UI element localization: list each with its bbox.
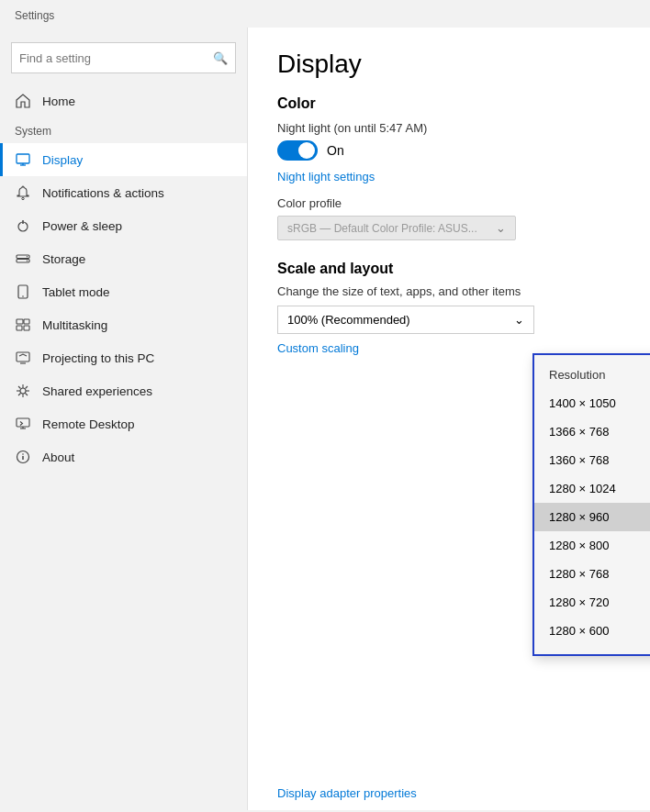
sidebar-item-power-label: Power & sleep [42,219,122,233]
svg-point-11 [22,295,24,297]
shared-icon [15,383,31,399]
color-profile-chevron: ⌄ [496,221,506,235]
night-light-settings-link[interactable]: Night light settings [277,170,621,184]
sidebar-item-tablet-label: Tablet mode [42,285,110,299]
night-light-label: Night light (on until 5:47 AM) [277,121,621,135]
sidebar-item-remote[interactable]: Remote Desktop [0,407,247,440]
main-content: Display Color Night light (on until 5:47… [248,28,650,810]
resolution-option[interactable]: 1280 × 768 [534,560,650,588]
sidebar-item-tablet[interactable]: Tablet mode [0,275,247,308]
resolution-option[interactable]: 1280 × 800 [534,531,650,560]
color-section-title: Color [277,95,621,112]
resolution-option[interactable]: 1280 × 720 [534,588,650,617]
tablet-icon [15,284,31,300]
sidebar-item-home-label: Home [42,95,75,108]
scale-dropdown[interactable]: 100% (Recommended) ⌄ [277,306,534,334]
main-layout: 🔍 Home System Display Notifications & ac… [0,28,650,810]
search-box-wrap: 🔍 [0,35,247,84]
resolution-option[interactable]: 1280 × 960 [534,503,650,531]
app-title: Settings [15,9,54,22]
resolution-title: Resolution [534,364,650,389]
svg-rect-15 [24,326,29,330]
resolution-popup: Resolution 1400 × 10501366 × 7681360 × 7… [532,353,650,656]
scale-value: 100% (Recommended) [287,313,410,327]
toggle-label: On [327,143,344,158]
toggle-row: On [277,140,621,161]
color-profile-dropdown[interactable]: sRGB — Default Color Profile: ASUS... ⌄ [277,216,516,240]
svg-line-26 [18,394,21,396]
sidebar-item-home[interactable]: Home [0,84,247,117]
sidebar-item-storage-label: Storage [42,252,85,266]
svg-point-32 [22,453,24,455]
scale-chevron-icon: ⌄ [514,313,524,327]
search-box[interactable]: 🔍 [11,42,236,73]
projecting-icon [15,350,31,366]
resolution-option[interactable]: 1280 × 600 [534,617,650,645]
sidebar-item-display-label: Display [42,153,83,167]
sidebar-item-shared[interactable]: Shared experiences [0,374,247,407]
color-profile-value: sRGB — Default Color Profile: ASUS... [287,222,477,235]
resolution-option[interactable]: 1280 × 1024 [534,474,650,503]
svg-rect-0 [17,154,29,163]
svg-rect-12 [17,319,23,324]
svg-line-25 [26,386,28,389]
sidebar-item-remote-label: Remote Desktop [42,417,135,431]
search-input[interactable] [19,51,213,65]
sidebar-item-about-label: About [42,450,74,464]
sidebar-item-projecting[interactable]: Projecting to this PC [0,341,247,374]
sidebar-item-shared-label: Shared experiences [42,384,152,398]
svg-point-18 [20,388,26,394]
svg-rect-13 [24,319,29,324]
svg-point-3 [22,197,24,199]
sidebar-item-notifications[interactable]: Notifications & actions [0,176,247,209]
svg-rect-27 [17,418,29,427]
multitasking-icon [15,317,31,333]
svg-point-9 [27,261,28,261]
search-icon: 🔍 [213,51,228,65]
svg-point-8 [27,256,28,257]
color-profile-label: Color profile [277,196,621,210]
sidebar-item-multitasking[interactable]: Multitasking [0,308,247,341]
page-title: Display [277,50,621,79]
sidebar-group-label: System [0,117,247,143]
sidebar-item-about[interactable]: About [0,440,247,473]
svg-rect-14 [17,326,22,330]
sidebar-item-power[interactable]: Power & sleep [0,209,247,242]
svg-line-24 [26,394,28,396]
title-bar: Settings [0,0,650,28]
sidebar: 🔍 Home System Display Notifications & ac… [0,28,248,810]
svg-line-23 [18,386,21,389]
sidebar-item-notifications-label: Notifications & actions [42,186,164,200]
night-light-toggle[interactable] [277,140,318,161]
storage-icon [15,250,31,267]
about-icon [15,449,31,465]
scale-description: Change the size of text, apps, and other… [277,284,621,298]
scale-section-title: Scale and layout [277,261,621,277]
resolution-list: 1400 × 10501366 × 7681360 × 7681280 × 10… [534,389,650,645]
power-icon [15,217,31,234]
adapter-link-wrap: Display adapter properties [277,786,621,800]
scale-section: Scale and layout Change the size of text… [277,261,621,355]
resolution-option[interactable]: 1400 × 1050 [534,389,650,417]
sidebar-item-multitasking-label: Multitasking [42,318,107,332]
remote-icon [15,416,31,432]
sidebar-item-display[interactable]: Display [0,143,247,176]
sidebar-item-projecting-label: Projecting to this PC [42,351,154,365]
color-section: Color Night light (on until 5:47 AM) On … [277,95,621,240]
notifications-icon [15,184,31,201]
resolution-option[interactable]: 1360 × 768 [534,446,650,474]
resolution-option[interactable]: 1366 × 768 [534,417,650,446]
display-icon [15,151,31,168]
sidebar-item-storage[interactable]: Storage [0,242,247,275]
display-adapter-link[interactable]: Display adapter properties [277,786,621,800]
home-icon [15,93,31,109]
